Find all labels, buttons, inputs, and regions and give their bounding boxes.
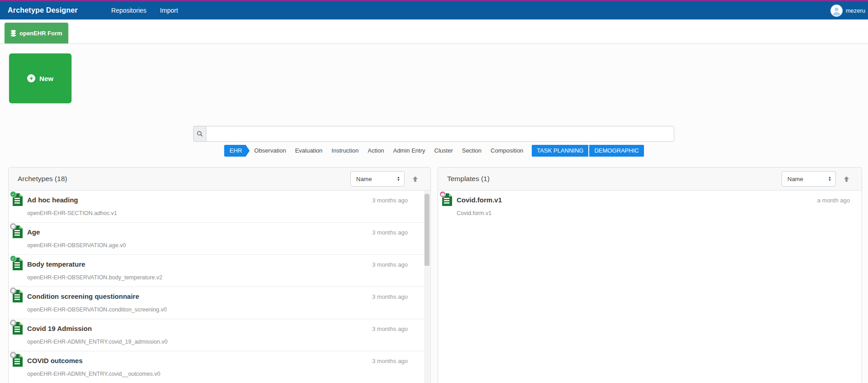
archetype-id: openEHR-EHR-OBSERVATION.condition_screen… (27, 306, 167, 313)
filter-chip-instruction[interactable]: Instruction (327, 145, 363, 157)
archetype-row[interactable]: COVID outcomes openEHR-EHR-ADMIN_ENTRY.c… (9, 351, 430, 383)
archetype-name: COVID outcomes (27, 357, 83, 364)
search-icon (196, 130, 203, 137)
archetype-row[interactable]: Covid 19 Admission openEHR-EHR-ADMIN_ENT… (9, 319, 430, 351)
arrow-up-icon (843, 176, 850, 182)
nav-item-import[interactable]: Import (160, 7, 178, 14)
empty-status-badge-icon (10, 352, 16, 358)
filter-chip-action[interactable]: Action (363, 145, 389, 157)
archetype-id: openEHR-EHR-ADMIN_ENTRY.covid_19_admissi… (27, 339, 167, 345)
template-id: Covid.form.v1 (457, 210, 491, 216)
archetype-row[interactable]: ✓ Body temperature openEHR-EHR-OBSERVATI… (9, 255, 430, 287)
filter-chip-cluster[interactable]: Cluster (430, 145, 458, 157)
archetype-id: openEHR-EHR-SECTION.adhoc.v1 (27, 210, 117, 216)
user-menu[interactable]: mezeru (830, 5, 865, 17)
database-icon (10, 30, 16, 37)
filter-chip-ehr[interactable]: EHR (224, 145, 249, 157)
archetypes-panel-header: Archetypes (18) Name ▲▼ (9, 168, 430, 191)
tab-strip: openEHR Form (0, 19, 868, 44)
archetypes-sort-value: Name (356, 176, 397, 182)
filter-chip-section[interactable]: Section (458, 145, 486, 157)
navbar: Archetype Designer Repositories Import m… (0, 1, 868, 19)
empty-status-badge-icon (10, 287, 16, 294)
empty-status-badge-icon (10, 320, 16, 326)
archetype-row[interactable]: Age openEHR-EHR-OBSERVATION.age.v0 3 mon… (9, 223, 430, 255)
new-button[interactable]: + New (9, 53, 72, 103)
filter-chip-observation[interactable]: Observation (250, 145, 291, 157)
archetype-name: Ad hoc heading (27, 196, 78, 204)
archetype-timestamp: 3 months ago (372, 261, 408, 268)
filter-chip-row: EHR Observation Evaluation Instruction A… (0, 145, 868, 157)
new-button-label: New (39, 75, 53, 82)
nav-item-repositories[interactable]: Repositories (111, 7, 147, 14)
search-bar (193, 126, 674, 142)
empty-status-badge-icon (10, 223, 16, 230)
archetype-timestamp: 3 months ago (372, 293, 408, 300)
templates-panel-header: Templates (1) Name ▲▼ (438, 168, 862, 191)
check-badge-icon: ✓ (10, 255, 16, 262)
nav-links: Repositories Import (111, 7, 178, 14)
filter-chip-demographic[interactable]: DEMOGRAPHIC (589, 145, 644, 157)
templates-panel-title: Templates (1) (447, 175, 490, 183)
archetype-id: openEHR-EHR-OBSERVATION.body_temperature… (27, 274, 162, 281)
plus-circle-icon: + (27, 74, 35, 82)
archetype-id: openEHR-EHR-OBSERVATION.age.v0 (27, 242, 126, 249)
filter-chip-task-planning[interactable]: TASK PLANNING (532, 145, 588, 157)
archetypes-sort-select[interactable]: Name ▲▼ (350, 171, 405, 187)
archetype-row[interactable]: ✓ Ad hoc heading openEHR-EHR-SECTION.adh… (9, 191, 430, 223)
tab-openehr-form[interactable]: openEHR Form (5, 23, 68, 43)
scrollbar-thumb[interactable] (424, 194, 429, 266)
main-content: + New EHR Observation Evaluation Instruc… (0, 44, 868, 383)
person-icon (831, 5, 842, 16)
archetype-name: Covid 19 Admission (27, 325, 92, 332)
archetype-timestamp: 3 months ago (372, 326, 408, 332)
archetype-name: Condition screening questionnaire (27, 292, 139, 300)
archetype-timestamp: 3 months ago (372, 229, 408, 236)
archetype-row[interactable]: Condition screening questionnaire openEH… (9, 287, 430, 319)
archetype-list: ✓ Ad hoc heading openEHR-EHR-SECTION.adh… (9, 191, 430, 383)
templates-sort-value: Name (787, 176, 828, 182)
templates-panel: Templates (1) Name ▲▼ (438, 167, 862, 383)
user-avatar-icon (830, 5, 843, 17)
search-icon-box (193, 126, 206, 142)
app-brand[interactable]: Archetype Designer (8, 6, 78, 14)
cloud-badge-icon (439, 191, 446, 197)
template-row[interactable]: Covid.form.v1 Covid.form.v1 a month ago (438, 191, 862, 223)
templates-sort-direction-button[interactable] (843, 176, 850, 182)
archetype-id: openEHR-EHR-ADMIN_ENTRY.covid__outcomes.… (27, 371, 160, 377)
tab-label: openEHR Form (19, 30, 62, 37)
check-badge-icon: ✓ (10, 191, 16, 197)
archetype-name: Body temperature (27, 260, 85, 268)
archetype-designer-app: Archetype Designer Repositories Import m… (0, 0, 868, 383)
archetype-timestamp: 3 months ago (372, 358, 408, 364)
user-name: mezeru (846, 7, 865, 14)
archetypes-panel-title: Archetypes (18) (18, 175, 67, 183)
archetype-list-scrollbar[interactable]: ▲ (424, 191, 430, 383)
template-name: Covid.form.v1 (457, 196, 502, 204)
select-updown-icon: ▲▼ (828, 176, 831, 182)
filter-chip-composition[interactable]: Composition (486, 145, 528, 157)
filter-chip-evaluation[interactable]: Evaluation (291, 145, 327, 157)
template-timestamp: a month ago (817, 197, 850, 204)
templates-sort-select[interactable]: Name ▲▼ (782, 171, 836, 187)
select-updown-icon: ▲▼ (397, 176, 400, 182)
filter-chip-admin-entry[interactable]: Admin Entry (389, 145, 430, 157)
archetype-name: Age (27, 228, 40, 236)
search-input[interactable] (206, 126, 674, 142)
archetypes-sort-direction-button[interactable] (412, 176, 419, 182)
archetypes-panel: Archetypes (18) Name ▲▼ ✓ (8, 167, 431, 383)
template-list: Covid.form.v1 Covid.form.v1 a month ago (438, 191, 862, 223)
archetype-timestamp: 3 months ago (372, 197, 408, 204)
arrow-up-icon (412, 176, 419, 182)
